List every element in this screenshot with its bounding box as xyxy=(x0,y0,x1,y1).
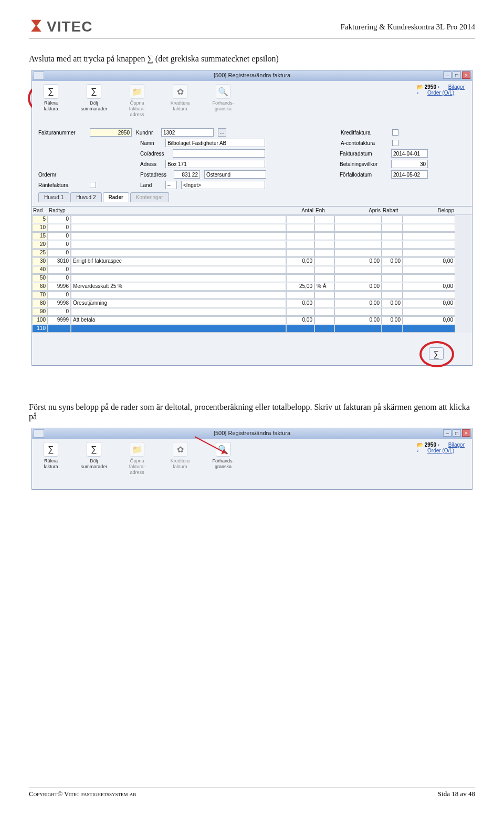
table-cell[interactable] xyxy=(71,249,286,257)
table-cell[interactable]: 25 xyxy=(32,249,48,257)
table-cell[interactable] xyxy=(382,308,403,316)
namn-input[interactable] xyxy=(165,139,265,147)
forfallo-input[interactable] xyxy=(391,170,428,179)
toolbar-button[interactable]: ∑Räkna faktura xyxy=(36,442,66,476)
table-cell[interactable]: 0,00 xyxy=(286,300,314,307)
table-cell[interactable]: 90 xyxy=(32,308,48,316)
table-cell[interactable]: 0,00 xyxy=(382,300,403,307)
table-cell[interactable]: 0,00 xyxy=(334,316,382,324)
table-cell[interactable] xyxy=(403,249,455,257)
toolbar-button[interactable]: ✿Kreditera faktura xyxy=(165,84,195,118)
table-cell[interactable] xyxy=(314,224,334,232)
table-cell[interactable] xyxy=(286,274,314,282)
adress-input[interactable] xyxy=(165,160,265,168)
table-cell[interactable] xyxy=(403,224,455,232)
table-cell[interactable] xyxy=(334,266,382,274)
table-cell[interactable] xyxy=(286,325,314,333)
table-cell[interactable] xyxy=(314,308,334,316)
table-cell[interactable] xyxy=(403,241,455,249)
rantefaktura-checkbox[interactable] xyxy=(90,182,96,188)
table-cell[interactable] xyxy=(286,308,314,316)
table-cell[interactable] xyxy=(382,232,403,240)
table-cell[interactable]: 0,00 xyxy=(334,257,382,265)
table-cell[interactable]: 10 xyxy=(32,224,48,232)
table-cell[interactable] xyxy=(71,325,286,333)
link-order[interactable]: Order (O/L) xyxy=(427,90,454,96)
land-select[interactable] xyxy=(181,181,265,189)
table-cell[interactable]: 15 xyxy=(32,232,48,240)
table-cell[interactable] xyxy=(382,224,403,232)
maximize-button[interactable]: □ xyxy=(453,429,461,437)
table-cell[interactable] xyxy=(71,241,286,249)
table-row[interactable]: 303010Enligt bif fakturaspec0,000,000,00… xyxy=(32,257,472,265)
table-cell[interactable] xyxy=(382,266,403,274)
table-cell[interactable] xyxy=(286,249,314,257)
table-cell[interactable] xyxy=(314,215,334,223)
kreditfaktura-checkbox[interactable] xyxy=(392,129,398,136)
table-cell[interactable] xyxy=(334,308,382,316)
table-cell[interactable] xyxy=(286,291,314,299)
table-cell[interactable] xyxy=(71,215,286,223)
table-row[interactable]: 900 xyxy=(32,307,472,316)
table-cell[interactable] xyxy=(71,224,286,232)
table-cell[interactable] xyxy=(71,308,286,316)
table-cell[interactable] xyxy=(286,215,314,223)
table-cell[interactable]: 0 xyxy=(48,308,71,316)
table-cell[interactable]: 9998 xyxy=(48,300,71,307)
tab-konteringar[interactable]: Konteringar xyxy=(130,192,169,202)
aconto-checkbox[interactable] xyxy=(392,140,398,146)
table-cell[interactable]: 0 xyxy=(48,291,71,299)
table-row[interactable]: 110 xyxy=(32,324,472,333)
co-input[interactable] xyxy=(173,149,265,158)
table-cell[interactable] xyxy=(314,266,334,274)
table-cell[interactable]: 0,00 xyxy=(403,300,455,307)
table-row[interactable]: 200 xyxy=(32,240,472,249)
table-cell[interactable]: 0,00 xyxy=(382,257,403,265)
table-cell[interactable]: 50 xyxy=(32,274,48,282)
kundnr-lookup-button[interactable]: … xyxy=(218,128,226,137)
postort-input[interactable] xyxy=(204,170,266,179)
table-cell[interactable]: Enligt bif fakturaspec xyxy=(71,257,286,265)
table-cell[interactable]: 60 xyxy=(32,283,48,291)
window-titlebar[interactable]: [500] Registrera/ändra faktura – □ × xyxy=(32,428,472,439)
table-cell[interactable] xyxy=(382,283,403,291)
table-cell[interactable]: Mervärdesskatt 25 % xyxy=(71,283,286,291)
table-cell[interactable] xyxy=(334,232,382,240)
maximize-button[interactable]: □ xyxy=(453,71,461,79)
table-cell[interactable] xyxy=(382,274,403,282)
table-cell[interactable] xyxy=(334,241,382,249)
table-cell[interactable]: 0,00 xyxy=(334,300,382,307)
table-cell[interactable] xyxy=(48,325,71,333)
minimize-button[interactable]: – xyxy=(443,429,452,437)
table-cell[interactable]: 0 xyxy=(48,274,71,282)
close-button[interactable]: × xyxy=(462,429,470,437)
table-cell[interactable] xyxy=(403,215,455,223)
table-cell[interactable] xyxy=(314,325,334,333)
table-cell[interactable] xyxy=(286,266,314,274)
close-button[interactable]: × xyxy=(462,71,470,79)
table-cell[interactable]: 70 xyxy=(32,291,48,299)
toolbar-button[interactable]: ∑Dölj summarader xyxy=(79,442,109,476)
table-cell[interactable]: 0,00 xyxy=(403,316,455,324)
table-cell[interactable] xyxy=(314,249,334,257)
table-cell[interactable]: 0,00 xyxy=(334,283,382,291)
table-cell[interactable]: 9996 xyxy=(48,283,71,291)
table-cell[interactable]: 0 xyxy=(48,266,71,274)
table-cell[interactable] xyxy=(71,274,286,282)
table-cell[interactable] xyxy=(286,224,314,232)
table-cell[interactable] xyxy=(71,291,286,299)
table-cell[interactable]: 20 xyxy=(32,241,48,249)
table-cell[interactable]: 0,00 xyxy=(286,257,314,265)
toolbar-button[interactable]: ✿Kreditera faktura xyxy=(165,442,195,476)
table-cell[interactable] xyxy=(382,325,403,333)
table-cell[interactable] xyxy=(382,291,403,299)
table-row[interactable]: 50 xyxy=(32,215,472,223)
tab-rader[interactable]: Rader xyxy=(103,192,129,202)
table-cell[interactable]: 5 xyxy=(32,215,48,223)
table-row[interactable]: 150 xyxy=(32,232,472,240)
table-cell[interactable] xyxy=(403,308,455,316)
toolbar-button[interactable]: ∑Dölj summarader xyxy=(79,84,109,118)
table-cell[interactable] xyxy=(403,291,455,299)
table-cell[interactable]: 80 xyxy=(32,300,48,307)
table-cell[interactable]: % Å xyxy=(314,283,334,291)
